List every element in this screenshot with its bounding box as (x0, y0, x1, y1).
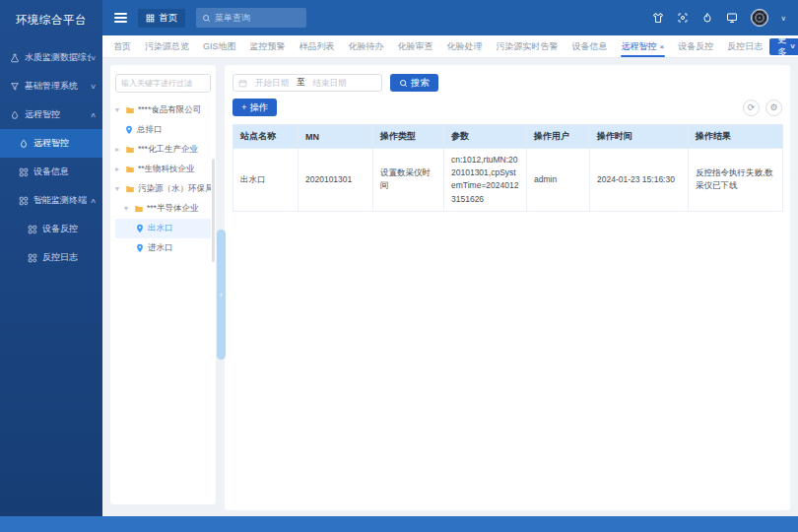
chevron-up-icon: ∧ (90, 197, 97, 205)
end-date-input[interactable] (308, 78, 352, 88)
cell-user: admin (527, 149, 590, 212)
action-toolbar: + 操作 ⟳ ⚙ (233, 99, 782, 116)
sidebar-item-label: 远程智控 (33, 137, 69, 150)
folder-icon (134, 204, 144, 214)
chevron-left-icon: ‹ (220, 290, 223, 299)
tab-label: 监控预警 (250, 40, 286, 53)
tab-label: 远程智控 (622, 40, 657, 53)
flame-icon[interactable] (701, 12, 713, 24)
tree-node-bio-company[interactable]: ▸ **生物科技企业 (115, 160, 211, 179)
caret-right-icon[interactable]: ▸ (115, 146, 122, 154)
caret-down-icon[interactable]: ▾ (124, 205, 131, 213)
tab-device-counter-control[interactable]: 设备反控 (671, 35, 720, 57)
tab-lab-review[interactable]: 化验审查 (391, 35, 440, 57)
chevron-down-icon: ∨ (789, 42, 796, 50)
sidebar-item-device-counter-control[interactable]: 设备反控 (0, 215, 102, 243)
sidebar-item-remote-control[interactable]: 远程智控 (0, 129, 102, 158)
tab-realtime-alarm[interactable]: 污染源实时告警 (490, 35, 565, 57)
more-label: 更多 (777, 33, 787, 59)
date-range-separator: 至 (297, 77, 305, 89)
grid-icon (146, 14, 155, 23)
column-header-time: 操作时间 (590, 125, 689, 149)
close-icon[interactable]: × (660, 42, 665, 51)
app-title: 环境综合平台 (0, 0, 102, 28)
hamburger-menu-icon[interactable] (114, 13, 127, 23)
sidebar-item-label: 反控日志 (42, 251, 78, 264)
date-range-picker[interactable]: 至 (233, 74, 382, 92)
caret-down-icon[interactable]: ▾ (115, 185, 122, 193)
caret-right-icon[interactable]: ▸ (115, 166, 122, 173)
tab-label: 化验待办 (349, 40, 384, 53)
caret-down-icon[interactable]: ▾ (115, 106, 122, 114)
table-header-row: 站点名称 MN 操作类型 参数 操作用户 操作时间 操作结果 (233, 125, 783, 149)
dashboard-grid-icon (27, 224, 38, 235)
cell-result: 反控指令执行失败,数采仪已下线 (689, 149, 783, 212)
refresh-icon[interactable]: ⟳ (743, 100, 760, 116)
sidebar-group-smart-terminal[interactable]: 智能监测终端 ∧ (0, 186, 102, 215)
avatar[interactable] (751, 9, 768, 27)
tree-node-outlet[interactable]: 出水口 (115, 219, 211, 238)
tree-node-chem-company[interactable]: ▸ ***化工生产企业 (115, 140, 211, 160)
more-tabs-button[interactable]: 更多 ∨ (769, 38, 798, 55)
tab-remote-control[interactable]: 远程智控 × (615, 35, 672, 57)
tab-pollution-overview[interactable]: 污染源总览 (138, 35, 196, 57)
home-tag[interactable]: 首页 (138, 9, 185, 28)
tree-node-main-outlet[interactable]: 总排口 (115, 120, 211, 140)
theme-shirt-icon[interactable] (652, 12, 664, 24)
tree-node-food-company[interactable]: ▾ ****食品有限公司 (115, 100, 211, 120)
tab-device-info[interactable]: 设备信息 (565, 35, 615, 57)
tree-filter-input[interactable] (115, 74, 211, 93)
start-date-input[interactable] (250, 78, 294, 88)
column-header-params: 参数 (444, 125, 527, 149)
menu-search-box[interactable] (196, 8, 306, 28)
operate-button[interactable]: + 操作 (233, 99, 277, 116)
sidebar-nav: 水质监测数据综合分析 ∨ 基础管理系统 ∨ 远程智控 ∧ 远程智控 设备信息 智… (0, 43, 102, 272)
menu-search-input[interactable] (215, 13, 300, 23)
search-icon (399, 79, 408, 88)
chevron-down-icon[interactable]: ∨ (781, 14, 787, 23)
tree-node-water-bureau[interactable]: ▾ 污染源（水）环保局 (115, 179, 211, 199)
search-button-label: 搜索 (411, 77, 430, 90)
tab-lab-process[interactable]: 化验处理 (440, 35, 490, 57)
dashboard-grid-icon (27, 252, 38, 264)
sidebar-item-label: 基础管理系统 (25, 80, 78, 93)
tab-label: 设备反控 (678, 40, 713, 53)
tab-control-log[interactable]: 反控日志 (720, 35, 769, 57)
funnel-icon (9, 81, 21, 93)
search-icon (202, 14, 211, 23)
tab-gis-map[interactable]: GIS地图 (196, 35, 243, 57)
tree-node-label: **生物科技企业 (138, 164, 195, 175)
sidebar-item-device-info[interactable]: 设备信息 (0, 158, 102, 186)
search-button[interactable]: 搜索 (390, 74, 438, 92)
tab-lab-todo[interactable]: 化验待办 (342, 35, 391, 57)
tab-sample-list[interactable]: 样品列表 (293, 35, 342, 57)
cell-time: 2024-01-23 15:16:30 (590, 149, 689, 212)
column-header-op-type: 操作类型 (373, 125, 444, 149)
sidebar-item-base-management[interactable]: 基础管理系统 ∨ (0, 72, 102, 100)
tree-node-inlet[interactable]: 进水口 (115, 238, 211, 258)
water-drop-icon (9, 109, 21, 121)
screenshot-icon[interactable] (677, 12, 689, 24)
tree-node-label: 进水口 (148, 242, 173, 254)
cell-site: 出水口 (233, 149, 299, 212)
panel-collapse-handle[interactable]: ‹ (217, 230, 226, 360)
operate-button-label: + 操作 (241, 101, 268, 114)
tree-node-semiconductor-company[interactable]: ▾ ***半导体企业 (115, 199, 211, 219)
tab-home[interactable]: 首页 (106, 35, 138, 57)
settings-icon[interactable]: ⚙ (765, 100, 782, 116)
tab-label: 化验处理 (447, 40, 483, 53)
map-pin-icon (135, 243, 145, 253)
tree-scrollbar[interactable] (212, 159, 216, 262)
sidebar-group-remote-control[interactable]: 远程智控 ∧ (0, 100, 102, 129)
monitor-icon[interactable] (726, 12, 738, 24)
tree-node-label: ***半导体企业 (147, 203, 198, 215)
tree-node-label: 总排口 (137, 124, 163, 136)
tab-monitor-alert[interactable]: 监控预警 (243, 35, 293, 57)
sidebar-item-water-quality-analysis[interactable]: 水质监测数据综合分析 ∨ (0, 43, 102, 72)
table-row[interactable]: 出水口 2020101301 设置数采仪时间 cn:1012,rtuMN:202… (233, 149, 783, 212)
map-pin-icon (135, 224, 145, 233)
sidebar-item-label: 设备信息 (33, 166, 69, 178)
sidebar-item-control-log[interactable]: 反控日志 (0, 243, 102, 272)
table-tools: ⟳ ⚙ (743, 100, 782, 116)
chevron-up-icon: ∧ (90, 111, 97, 119)
